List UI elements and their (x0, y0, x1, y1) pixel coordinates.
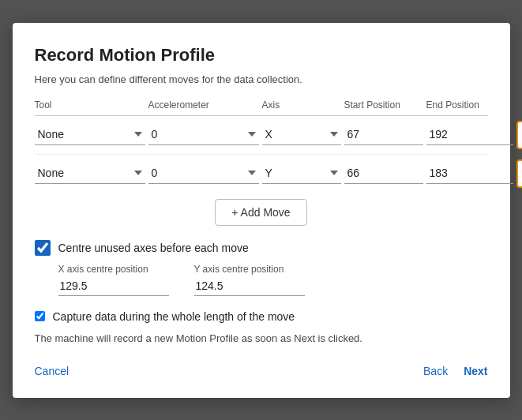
centre-positions: X axis centre position Y axis centre pos… (58, 264, 488, 296)
col-axis: Axis (262, 99, 341, 111)
header-divider (35, 115, 488, 116)
col-tool: Tool (35, 99, 145, 111)
capture-checkbox-row: Capture data during the whole length of … (35, 310, 488, 323)
end-position-2[interactable] (426, 163, 513, 184)
centre-checkbox-label: Centre unused axes before each move (58, 242, 249, 254)
centre-checkbox[interactable] (35, 240, 51, 256)
y-centre-input[interactable] (194, 278, 305, 296)
tool-select-1[interactable]: None Tool 1 Tool 2 (35, 124, 145, 145)
y-centre-label: Y axis centre position (194, 264, 305, 275)
add-move-button[interactable]: + Add Move (215, 199, 306, 226)
x-centre-input[interactable] (58, 278, 169, 296)
table-row: None Tool 1 Tool 2 0 1 2 X Y Z (35, 154, 488, 188)
add-move-label: + Add Move (231, 206, 290, 219)
col-accelerometer: Accelerometer (148, 99, 259, 111)
footer-right: Back Next (423, 360, 487, 382)
capture-checkbox[interactable] (35, 311, 45, 321)
delete-row-2-button[interactable] (516, 159, 523, 188)
x-centre-field: X axis centre position (58, 264, 169, 296)
dialog-title: Record Motion Profile (35, 45, 488, 66)
backdrop: Record Motion Profile Here you can defin… (0, 0, 522, 420)
dialog-footer: Cancel Back Next (35, 360, 488, 382)
delete-row-1-button[interactable] (516, 121, 523, 149)
capture-checkbox-label: Capture data during the whole length of … (53, 310, 295, 323)
accelerometer-select-2[interactable]: 0 1 2 (148, 163, 259, 184)
col-end-position: End Position (426, 99, 513, 111)
start-position-2[interactable] (344, 163, 423, 184)
cancel-button[interactable]: Cancel (35, 360, 69, 382)
notice-text: The machine will record a new Motion Pro… (35, 332, 488, 344)
accelerometer-select-1[interactable]: 0 1 2 (148, 124, 259, 145)
col-start-position: Start Position (344, 99, 423, 111)
table-header: Tool Accelerometer Axis Start Position E… (35, 99, 488, 112)
tool-select-2[interactable]: None Tool 1 Tool 2 (35, 163, 145, 184)
back-button[interactable]: Back (423, 360, 448, 382)
next-button[interactable]: Next (464, 360, 487, 382)
dialog-subtitle: Here you can define different moves for … (35, 73, 488, 85)
start-position-1[interactable] (344, 124, 423, 145)
x-centre-label: X axis centre position (58, 264, 169, 275)
axis-select-2[interactable]: X Y Z (262, 163, 341, 184)
centre-checkbox-row: Centre unused axes before each move (35, 240, 488, 256)
y-centre-field: Y axis centre position (194, 264, 305, 296)
dialog: Record Motion Profile Here you can defin… (13, 23, 510, 398)
axis-select-1[interactable]: X Y Z (262, 124, 341, 145)
end-position-1[interactable] (426, 124, 513, 145)
table-row: None Tool 1 Tool 2 0 1 2 X Y Z (35, 121, 488, 149)
